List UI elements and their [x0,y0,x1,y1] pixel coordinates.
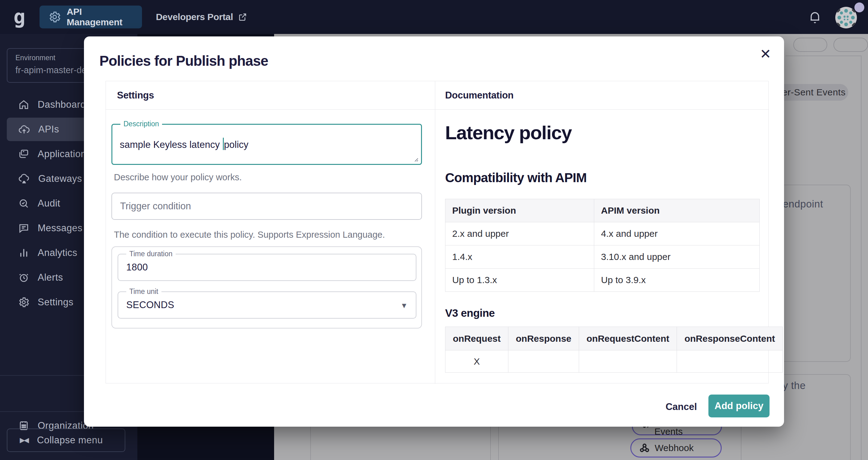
time-duration-label: Time duration [126,250,176,258]
collapse-menu-button[interactable]: ▶◀ Collapse menu [7,429,125,452]
settings-heading: Settings [117,90,154,101]
developers-portal-label: Developers Portal [156,12,233,22]
background-pill-outline [833,38,868,52]
time-settings-group: Time duration 1800 Time unit SECONDS ▼ [112,246,422,329]
collapse-menu-label: Collapse menu [37,435,103,446]
trigger-condition-input[interactable]: Trigger condition [112,193,422,220]
time-unit-value: SECONDS [126,300,174,311]
modal-title: Policies for Publish phase [99,53,268,69]
external-link-icon [238,12,247,22]
message-icon [18,222,30,234]
webhook-icon [639,443,650,453]
description-textarea[interactable]: Description sample Keyless latency polic… [112,124,422,165]
time-duration-input[interactable]: Time duration 1800 [118,254,416,281]
table-header-row: onRequest onResponse onRequestContent on… [445,327,783,350]
background-pill-outline [793,38,827,52]
cancel-button[interactable]: Cancel [661,400,701,414]
column-header: APIM version [594,199,760,222]
documentation-column: Latency policy Compatibility with APIM P… [435,110,769,384]
notifications-bell-icon[interactable] [807,9,823,25]
description-label: Description [120,120,162,128]
doc-title: Latency policy [445,122,572,144]
cloud-upload-icon [18,123,30,135]
close-icon[interactable]: ✕ [756,44,775,63]
modal-content-panel: Settings Description sample Keyless late… [105,81,769,384]
applications-icon [18,148,30,160]
trigger-condition-placeholder: Trigger condition [120,201,191,212]
column-header: onRequestContent [579,327,677,350]
avatar-status-badge [855,2,864,12]
table-row: X [445,350,783,373]
sidebar-item-label: Analytics [38,247,78,258]
documentation-heading: Documentation [445,90,514,101]
compat-heading: Compatibility with APIM [445,171,587,185]
resize-handle-icon[interactable] [413,156,418,162]
documentation-header: Documentation [435,81,769,110]
time-unit-select[interactable]: Time unit SECONDS ▼ [118,292,416,318]
user-avatar[interactable] [835,7,857,28]
column-header: onRequest [445,327,508,350]
settings-header: Settings [106,81,435,110]
column-header: Plugin version [445,199,594,222]
time-duration-value: 1800 [126,262,148,273]
background-chip-webhook: Webhook [630,438,722,458]
policies-modal: Policies for Publish phase ✕ Settings De… [84,36,784,427]
v3-engine-heading: V3 engine [445,307,495,319]
gear-icon [18,296,30,308]
api-management-tab[interactable]: API Management [39,5,142,28]
bar-chart-icon [18,247,30,259]
api-management-label: API Management [67,6,133,28]
alarm-clock-icon [18,272,30,283]
sidebar-item-label: Settings [38,297,73,308]
background-card-border [310,427,311,460]
sidebar-item-label: Alerts [38,272,63,283]
background-card-border [861,56,862,460]
table-row: 1.4.x 3.10.x and upper [445,245,760,269]
description-help-text: Describe how your policy works. [114,172,242,182]
top-bar: g API Management Developers Portal [0,0,868,34]
table-header-row: Plugin version APIM version [445,199,760,222]
v3-engine-table: onRequest onResponse onRequestContent on… [445,327,783,373]
background-endpoint-text: endpoint [783,198,823,210]
background-chip-label: Webhook [655,443,693,453]
sidebar-item-label: Gateways [38,173,82,184]
column-header: onResponse [508,327,579,350]
home-icon [18,99,30,111]
chevron-down-icon: ▼ [400,301,408,310]
gravitee-logo: g [9,0,30,34]
audit-magnifier-icon [18,197,30,209]
text-caret [223,138,224,150]
background-by-the-text: y the [783,380,806,392]
background-card-border [490,427,491,460]
table-row: Up to 1.3.x Up to 3.9.x [445,269,760,292]
add-policy-button[interactable]: Add policy [708,395,770,418]
description-value: sample Keyless latency policy [120,138,248,150]
sidebar-item-label: Audit [38,198,60,209]
column-header: onResponseContent [677,327,782,350]
sidebar-item-label: Messages [38,223,83,234]
table-row: 2.x and upper 4.x and upper [445,222,760,245]
background-chip-label: rver-Sent Events [774,87,845,97]
background-card-border [498,427,499,460]
trigger-help-text: The condition to execute this policy. Su… [114,230,385,240]
app-root: rver-Sent Events endpoint y the Server-S… [0,0,868,460]
sidebar-item-label: Applications [38,149,91,160]
developers-portal-link[interactable]: Developers Portal [156,5,247,28]
background-divider [785,56,861,56]
sidebar-item-label: Dashboard [38,99,86,110]
gear-icon [48,10,61,24]
settings-column: Description sample Keyless latency polic… [106,110,435,384]
compatibility-table: Plugin version APIM version 2.x and uppe… [445,199,760,292]
collapse-icon: ▶◀ [20,436,28,444]
cloud-gateway-icon [18,173,30,185]
sidebar-item-label: APIs [38,124,59,135]
time-unit-label: Time unit [126,287,161,296]
